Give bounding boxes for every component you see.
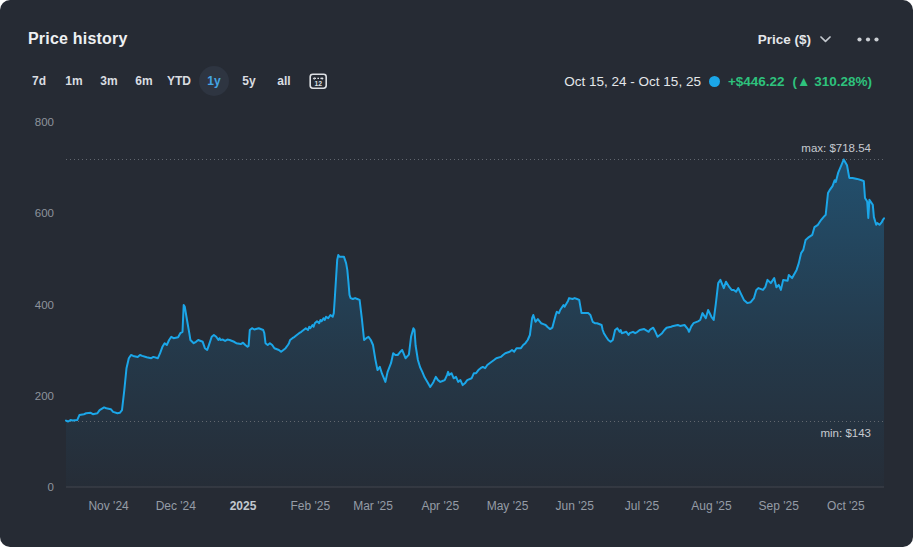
x-axis-tick-label: 2025	[208, 499, 278, 513]
x-axis-tick-label: Apr '25	[405, 499, 475, 513]
y-axis-tick-label: 600	[0, 206, 54, 220]
x-axis-tick-label: Dec '24	[141, 499, 211, 513]
x-axis-tick-label: Feb '25	[275, 499, 345, 513]
y-axis-tick-label: 200	[0, 389, 54, 403]
price-chart-svg	[0, 0, 913, 547]
min-annotation: min: $143	[820, 427, 871, 439]
y-axis-tick-label: 400	[0, 298, 54, 312]
x-axis-tick-label: Oct '25	[811, 499, 881, 513]
x-axis-tick-label: Nov '24	[74, 499, 144, 513]
x-axis-tick-label: Sep '25	[744, 499, 814, 513]
x-axis-tick-label: May '25	[472, 499, 542, 513]
x-axis-tick-label: Mar '25	[338, 499, 408, 513]
max-annotation: max: $718.54	[801, 142, 871, 154]
x-axis-tick-label: Aug '25	[676, 499, 746, 513]
x-axis-tick-label: Jul '25	[607, 499, 677, 513]
x-axis-tick-label: Jun '25	[540, 499, 610, 513]
y-axis-tick-label: 800	[0, 115, 54, 129]
area-fill	[66, 160, 884, 488]
y-axis-tick-label: 0	[0, 480, 54, 494]
price-history-card: Price history Price ($) 7d1m3m6mYTD1y5ya…	[0, 0, 913, 547]
